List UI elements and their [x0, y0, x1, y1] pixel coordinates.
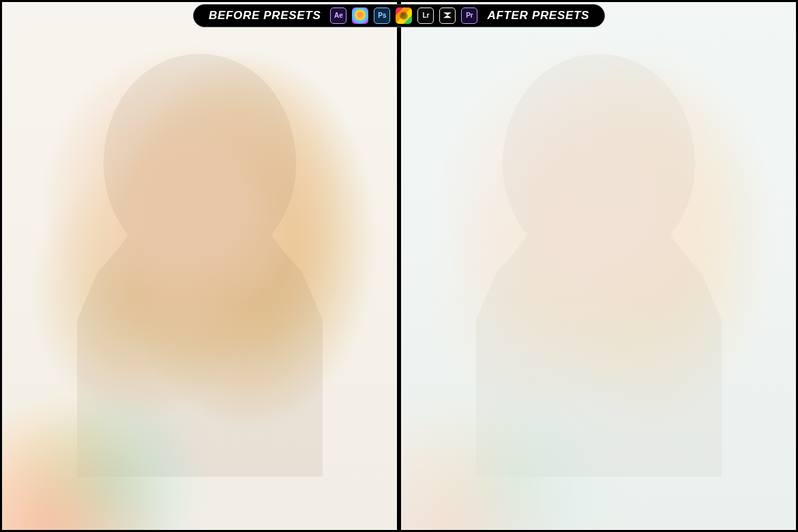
after-effects-icon: Ae [330, 8, 346, 24]
photoshop-icon: Ps [374, 8, 390, 24]
lightroom-icon: Lr [417, 8, 434, 24]
preset-comparison-frame: BEFORE PRESETS Ae Ps Lr Pr AFTER PRESETS [0, 0, 798, 532]
comparison-panels [0, 0, 798, 532]
icon-abbr: Lr [422, 12, 429, 19]
app-icon-row: Ae Ps Lr Pr [330, 8, 477, 24]
before-label: BEFORE PRESETS [209, 9, 321, 23]
after-label: AFTER PRESETS [487, 9, 589, 23]
premiere-pro-icon: Pr [461, 8, 477, 24]
icon-abbr: Pr [466, 12, 473, 19]
icon-abbr: Ae [334, 12, 343, 19]
capcut-icon [439, 8, 456, 24]
header-pill: BEFORE PRESETS Ae Ps Lr Pr AFTER PRESETS [193, 4, 605, 27]
after-panel [399, 0, 798, 532]
final-cut-pro-icon [396, 8, 412, 24]
davinci-resolve-icon [352, 8, 368, 24]
icon-abbr: Ps [378, 12, 386, 19]
before-panel [0, 0, 399, 532]
